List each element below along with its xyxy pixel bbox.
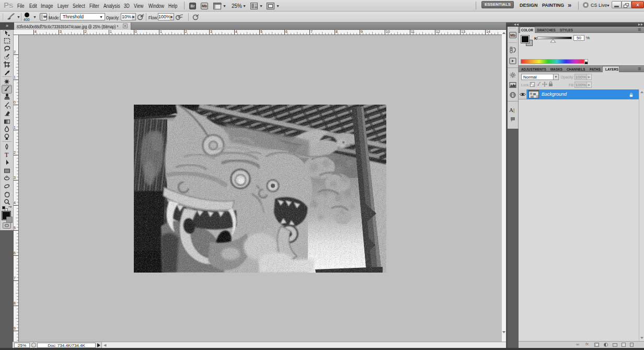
svg-text:T: T — [5, 151, 9, 158]
